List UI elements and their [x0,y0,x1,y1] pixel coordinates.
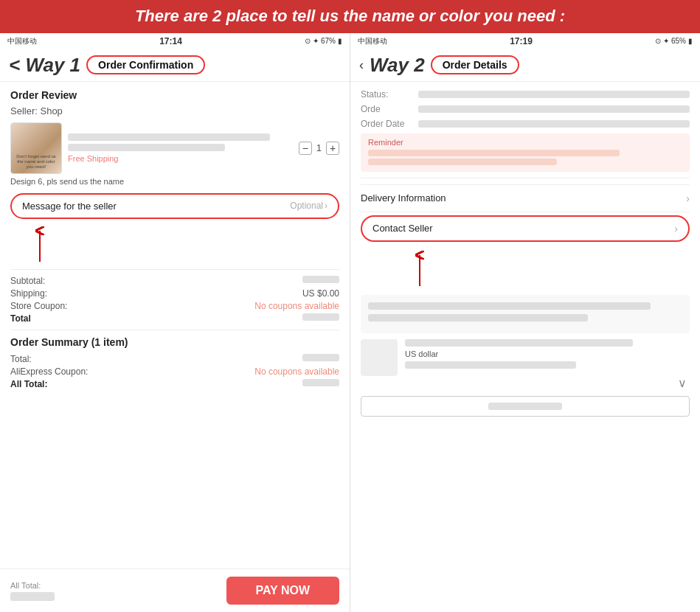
action-button-row[interactable] [361,396,690,417]
reminder-row: Reminder [361,133,690,172]
way1-label: < Way 1 [9,54,80,77]
right-price-blurred [405,361,576,369]
delivery-info-label: Delivery Information [361,192,446,204]
subtotal-value-blurred [302,276,339,283]
shipping-value: US $0.00 [302,288,339,299]
coupon-row: Store Coupon: No coupons available [10,301,339,311]
right-blurred-1 [368,302,651,310]
order-date-blurred [418,120,690,128]
right-status-bar: 中国移动 17:19 ⊙ ✦ 65% ▮ [350,33,700,49]
reminder-blurred-2 [368,159,557,165]
arrow-up-icon [25,226,55,263]
main-banner: There are 2 place to tell us the name or… [0,0,700,33]
seller-line: Seller: Shop [10,105,339,117]
right-panel-content: Status: Orde Order Date Reminder Deliver… [350,82,700,612]
contact-seller-label: Contact Seller [372,223,433,234]
order-number-row: Orde [361,104,690,114]
right-time: 17:19 [510,36,533,46]
pay-total-area: All Total: [10,581,55,601]
status-label: Status: [361,89,412,100]
all-total-footer-label: All Total: [10,581,55,590]
total-label: Total [10,313,31,324]
all-total-label: All Total: [10,379,47,389]
product-row: Don't forget send us the name and color … [10,122,339,174]
delivery-info-row[interactable]: Delivery Information › [361,184,690,212]
aliexpress-coupon-value[interactable]: No coupons available [254,366,339,377]
summary-total-value-blurred [302,354,339,361]
left-nav-bar: < Way 1 Order Confirmation [0,49,350,82]
aliexpress-coupon-row: AliExpress Coupon: No coupons available [10,366,339,377]
us-dollar-label: US dollar [405,350,690,358]
store-coupon-value[interactable]: No coupons available [254,301,339,311]
qty-minus-button[interactable]: − [299,142,312,155]
left-panel-content: Order Review Seller: Shop Don't forget s… [0,82,350,568]
right-back-button[interactable]: ‹ [359,58,364,73]
left-status-bar: 中国移动 17:14 ⊙ ✦ 67% ▮ [0,33,350,49]
product-thumbnail: Don't forget send us the name and color … [10,122,62,174]
right-battery-icon: 65% [671,37,686,45]
status-row: Status: [361,89,690,100]
right-bluetooth-icon: ✦ [663,37,669,45]
order-number-label: Orde [361,104,412,114]
dropdown-row[interactable]: ∨ [361,376,690,390]
right-carrier: 中国移动 [358,36,387,46]
left-status-icons: ⊙ ✦ 67% ▮ [305,37,342,45]
aliexpress-coupon-label: AliExpress Coupon: [10,366,88,377]
qty-value: 1 [316,142,322,153]
reminder-label: Reminder [368,138,403,147]
product-name-blurred [68,133,270,141]
location-icon: ⊙ [305,37,311,45]
right-battery-shape: ▮ [688,37,693,45]
way2-label: Way 2 [370,54,425,77]
right-nav-bar: ‹ Way 2 Order Details [350,49,700,82]
battery-icon: 67% [321,37,336,45]
left-time: 17:14 [159,36,182,46]
right-product-name-blurred [405,339,633,347]
status-value-blurred [418,91,690,98]
seller-label: Seller: [10,105,38,117]
message-seller-row[interactable]: Message for the seller Optional › [10,193,339,219]
product-info: Free Shipping [68,133,293,163]
right-product-row: US dollar [361,339,690,376]
all-total-row: All Total: [10,379,339,389]
left-nav-title[interactable]: Order Confirmation [86,55,205,74]
summary-total-label: Total: [10,354,32,364]
store-coupon-label: Store Coupon: [10,301,67,311]
order-number-blurred [418,105,690,113]
quantity-control[interactable]: − 1 + [299,142,339,155]
action-button-blurred [488,403,562,410]
message-seller-optional: Optional › [290,201,328,211]
right-arrow-up-icon [405,251,434,288]
total-row: Total [10,313,339,324]
order-date-label: Order Date [361,119,412,129]
right-divider-1 [361,178,690,178]
qty-plus-button[interactable]: + [326,142,339,155]
battery-shape: ▮ [338,37,342,45]
right-product-thumb [361,339,398,376]
order-summary-heading: Order Summary (1 item) [10,336,339,348]
pay-now-button[interactable]: PAY NOW [226,577,340,605]
order-review-heading: Order Review [10,89,339,101]
divider-1 [10,269,339,270]
right-status-icons: ⊙ ✦ 65% ▮ [655,37,693,45]
message-seller-label: Message for the seller [22,201,117,212]
reminder-blurred-1 [368,150,620,156]
all-total-value-blurred [302,379,339,386]
summary-total-row: Total: [10,354,339,364]
subtotal-row: Subtotal: [10,276,339,286]
total-value-blurred [302,313,339,321]
phones-row: 中国移动 17:14 ⊙ ✦ 67% ▮ < Way 1 Order Confi… [0,33,700,612]
right-location-icon: ⊙ [655,37,661,45]
left-phone-panel: 中国移动 17:14 ⊙ ✦ 67% ▮ < Way 1 Order Confi… [0,33,350,612]
order-date-row: Order Date [361,119,690,129]
contact-seller-row[interactable]: Contact Seller › [361,215,690,242]
chevron-down-icon: ∨ [678,376,687,390]
design-note: Design 6, pls send us the name [10,177,339,186]
right-phone-panel: 中国移动 17:19 ⊙ ✦ 65% ▮ ‹ Way 2 Order Detai… [350,33,700,612]
right-nav-title[interactable]: Order Details [431,55,519,74]
delivery-chevron-icon: › [686,192,690,204]
right-product-area [361,295,690,333]
right-arrow-container [361,251,690,288]
right-blurred-2 [368,314,588,321]
bluetooth-icon: ✦ [313,37,319,45]
